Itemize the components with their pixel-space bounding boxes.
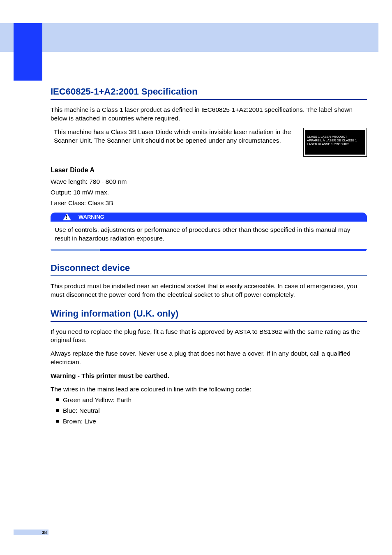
wiring-p2: Always replace the fuse cover. Never use… <box>51 349 367 367</box>
warning-bar: WARNING <box>51 213 367 222</box>
laser-wave: Wave length: 780 - 800 nm <box>51 178 367 185</box>
label-line: CLASS 1 LASER PRODUCT <box>307 135 363 139</box>
warning-footer <box>51 249 367 251</box>
wiring-warn-bold: Warning - This printer must be earthed. <box>51 372 367 380</box>
list-item: Brown: Live <box>56 418 367 425</box>
section-title-iec: IEC60825-1+A2:2001 Specification <box>51 86 367 100</box>
diode-note: This machine has a Class 3B Laser Diode … <box>51 128 295 157</box>
warning-triangle-icon <box>63 213 71 220</box>
warning-label: WARNING <box>78 214 104 220</box>
list-item: Blue: Neutral <box>56 407 367 414</box>
section-title-wiring: Wiring information (U.K. only) <box>51 308 367 322</box>
wire-colour-list: Green and Yellow: Earth Blue: Neutral Br… <box>51 396 367 425</box>
header-band <box>0 23 378 52</box>
laser-output: Output: 10 mW max. <box>51 189 367 196</box>
page-number: 38 <box>14 530 48 535</box>
header-accent-square <box>14 23 42 52</box>
diode-row: This machine has a Class 3B Laser Diode … <box>51 128 367 157</box>
warning-footer-left <box>51 249 100 251</box>
wires-intro: The wires in the mains lead are coloured… <box>51 385 367 394</box>
laser-diode-heading: Laser Diode A <box>51 166 367 174</box>
section-title-disconnect: Disconnect device <box>51 263 367 276</box>
label-line: APPAREIL À LASER DE CLASSE 1 <box>307 139 363 142</box>
laser-label-box: CLASS 1 LASER PRODUCT APPAREIL À LASER D… <box>303 128 367 157</box>
list-item: Green and Yellow: Earth <box>56 396 367 404</box>
disconnect-body: This product must be installed near an e… <box>51 282 367 299</box>
laser-class: Laser Class: Class 3B <box>51 199 367 207</box>
wiring-p1: If you need to replace the plug fuse, fi… <box>51 328 367 345</box>
iec-intro: This machine is a Class 1 laser product … <box>51 106 367 123</box>
laser-label-inner: CLASS 1 LASER PRODUCT APPAREIL À LASER D… <box>305 130 365 155</box>
label-line: LASER KLASSE 1 PRODUKT <box>307 142 363 146</box>
page-content: IEC60825-1+A2:2001 Specification This ma… <box>51 86 367 428</box>
warning-body: Use of controls, adjustments or performa… <box>51 222 367 249</box>
warning-footer-right <box>100 249 367 251</box>
side-accent-square <box>14 52 42 81</box>
